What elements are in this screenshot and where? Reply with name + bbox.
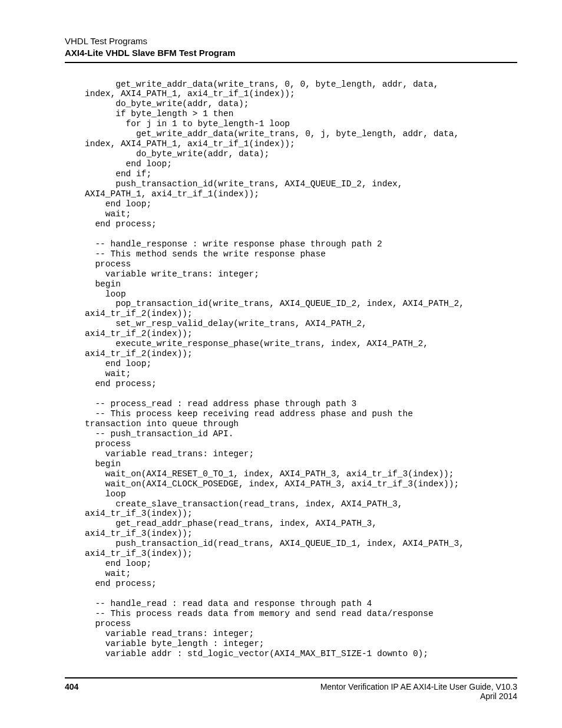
header-rule xyxy=(65,62,517,63)
footer-date: April 2014 xyxy=(320,691,517,701)
header-section: AXI4-Lite VHDL Slave BFM Test Program xyxy=(65,47,517,59)
page-footer: 404 Mentor Verification IP AE AXI4-Lite … xyxy=(65,677,517,701)
document-page: VHDL Test Programs AXI4-Lite VHDL Slave … xyxy=(0,0,562,683)
footer-row: 404 Mentor Verification IP AE AXI4-Lite … xyxy=(65,682,517,701)
header-chapter: VHDL Test Programs xyxy=(65,35,517,47)
footer-right: Mentor Verification IP AE AXI4-Lite User… xyxy=(320,682,517,701)
page-header: VHDL Test Programs AXI4-Lite VHDL Slave … xyxy=(65,35,517,60)
code-block: get_write_addr_data(write_trans, 0, 0, b… xyxy=(65,80,517,659)
footer-guide: Mentor Verification IP AE AXI4-Lite User… xyxy=(320,682,517,691)
page-number: 404 xyxy=(65,682,78,701)
